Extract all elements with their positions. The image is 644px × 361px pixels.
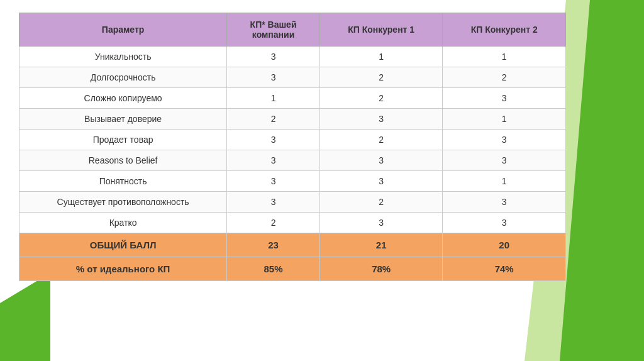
table-row: Понятность331 bbox=[19, 171, 566, 192]
cell-param: Уникальность bbox=[19, 47, 227, 67]
cell-param: Понятность bbox=[19, 171, 227, 192]
table-header-row: Параметр КП* Вашейкомпании КП Конкурент … bbox=[19, 13, 566, 47]
total-cell-label: ОБЩИЙ БАЛЛ bbox=[19, 233, 227, 257]
cell-param: Продает товар bbox=[19, 130, 227, 150]
cell-comp1: 1 bbox=[319, 47, 443, 67]
cell-comp2: 2 bbox=[443, 67, 566, 88]
percent-cell-comp1: 78% bbox=[319, 257, 443, 281]
cell-your: 1 bbox=[227, 88, 320, 109]
cell-comp2: 3 bbox=[443, 150, 566, 171]
cell-your: 3 bbox=[227, 171, 320, 192]
cell-param: Долгосрочность bbox=[19, 67, 227, 88]
cell-your: 3 bbox=[227, 150, 320, 171]
percent-cell-comp2: 74% bbox=[443, 257, 566, 281]
col-header-comp1: КП Конкурент 1 bbox=[319, 13, 443, 47]
table-row: Reasons to Belief333 bbox=[19, 150, 566, 171]
cell-your: 3 bbox=[227, 192, 320, 213]
table-row: Сложно копируемо123 bbox=[19, 88, 566, 109]
cell-your: 2 bbox=[227, 213, 320, 233]
table-row: Уникальность311 bbox=[19, 47, 566, 67]
cell-comp1: 2 bbox=[319, 88, 443, 109]
col-header-comp2: КП Конкурент 2 bbox=[443, 13, 566, 47]
cell-comp1: 3 bbox=[319, 150, 443, 171]
cell-comp2: 1 bbox=[443, 171, 566, 192]
col-header-your: КП* Вашейкомпании bbox=[227, 13, 320, 47]
total-cell-comp1: 21 bbox=[319, 233, 443, 257]
total-row: ОБЩИЙ БАЛЛ232120 bbox=[19, 233, 566, 257]
cell-your: 3 bbox=[227, 67, 320, 88]
cell-comp1: 2 bbox=[319, 192, 443, 213]
cell-comp2: 1 bbox=[443, 47, 566, 67]
cell-comp1: 3 bbox=[319, 109, 443, 130]
cell-comp1: 3 bbox=[319, 213, 443, 233]
table-row: Продает товар323 bbox=[19, 130, 566, 150]
cell-param: Reasons to Belief bbox=[19, 150, 227, 171]
cell-comp2: 3 bbox=[443, 130, 566, 150]
percent-cell-your: 85% bbox=[227, 257, 320, 281]
cell-comp2: 3 bbox=[443, 213, 566, 233]
percent-row: % от идеального КП85%78%74% bbox=[19, 257, 566, 281]
table-row: Вызывает доверие231 bbox=[19, 109, 566, 130]
cell-param: Кратко bbox=[19, 213, 227, 233]
table-row: Долгосрочность322 bbox=[19, 67, 566, 88]
cell-comp1: 3 bbox=[319, 171, 443, 192]
cell-comp2: 3 bbox=[443, 192, 566, 213]
percent-cell-label: % от идеального КП bbox=[19, 257, 227, 281]
cell-param: Существует противоположность bbox=[19, 192, 227, 213]
cell-your: 2 bbox=[227, 109, 320, 130]
total-cell-your: 23 bbox=[227, 233, 320, 257]
cell-your: 3 bbox=[227, 47, 320, 67]
comparison-table: Параметр КП* Вашейкомпании КП Конкурент … bbox=[19, 13, 566, 281]
cell-comp2: 3 bbox=[443, 88, 566, 109]
cell-comp2: 1 bbox=[443, 109, 566, 130]
cell-your: 3 bbox=[227, 130, 320, 150]
cell-comp1: 2 bbox=[319, 130, 443, 150]
table-row: Существует противоположность323 bbox=[19, 192, 566, 213]
col-header-param: Параметр bbox=[19, 13, 227, 47]
cell-param: Вызывает доверие bbox=[19, 109, 227, 130]
cell-param: Сложно копируемо bbox=[19, 88, 227, 109]
cell-comp1: 2 bbox=[319, 67, 443, 88]
bg-shape-bottom-left bbox=[0, 273, 50, 361]
total-cell-comp2: 20 bbox=[443, 233, 566, 257]
main-table-container: Параметр КП* Вашейкомпании КП Конкурент … bbox=[19, 13, 566, 281]
table-row: Кратко233 bbox=[19, 213, 566, 233]
